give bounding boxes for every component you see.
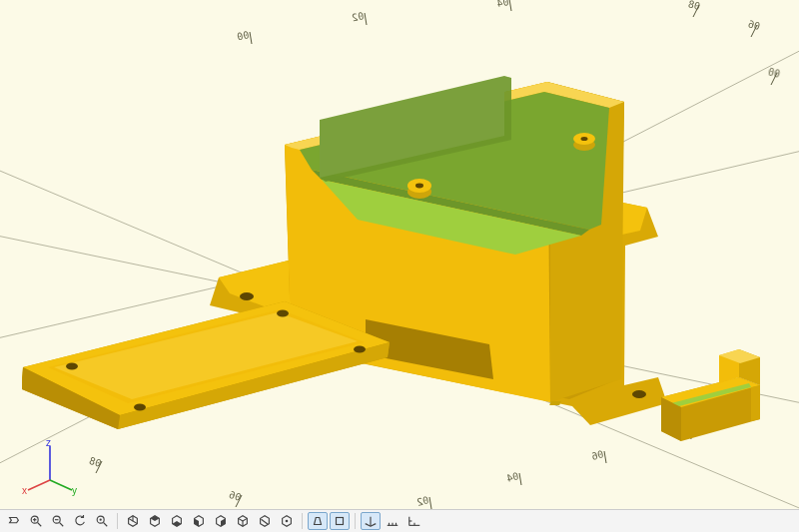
reset-view-icon[interactable] — [70, 512, 90, 530]
toolbar-separator — [302, 513, 303, 529]
view-center-icon[interactable] — [277, 512, 297, 530]
view-toolbar — [0, 509, 799, 532]
axis-y-label: y — [72, 485, 77, 496]
show-edges-icon[interactable] — [383, 512, 402, 530]
zoom-out-icon[interactable] — [48, 512, 68, 530]
view-bottom-icon[interactable] — [167, 512, 187, 530]
3d-viewport[interactable]: 00 02 04 08 06 00 08 06 04 02 04 06 08 — [0, 0, 799, 532]
svg-line-2 — [0, 220, 799, 419]
show-axes-icon[interactable] — [361, 512, 381, 530]
svg-line-93 — [371, 524, 376, 527]
axis-x-label: x — [22, 485, 27, 496]
svg-text:00: 00 — [236, 29, 250, 42]
preview-icon[interactable] — [4, 512, 24, 530]
svg-line-1 — [0, 150, 799, 529]
svg-text:02: 02 — [415, 494, 429, 508]
view-back-icon[interactable] — [233, 512, 253, 530]
svg-line-72 — [28, 480, 50, 490]
svg-rect-90 — [337, 518, 344, 525]
view-front-icon[interactable] — [211, 512, 231, 530]
svg-text:02: 02 — [351, 10, 365, 23]
svg-line-82 — [104, 523, 108, 527]
svg-line-75 — [38, 523, 42, 527]
view-left-icon[interactable] — [189, 512, 209, 530]
svg-text:06: 06 — [590, 448, 604, 462]
svg-line-92 — [366, 524, 371, 527]
toolbar-separator — [355, 513, 356, 529]
svg-line-85 — [243, 518, 247, 521]
view-right-icon[interactable] — [123, 512, 143, 530]
perspective-icon[interactable] — [308, 512, 328, 530]
svg-text:04: 04 — [505, 470, 519, 484]
svg-line-87 — [262, 519, 269, 524]
svg-point-83 — [100, 519, 102, 521]
svg-marker-89 — [315, 518, 322, 525]
grid-lines: 00 02 04 08 06 00 08 06 04 02 04 06 08 — [0, 0, 799, 532]
svg-text:06: 06 — [228, 489, 243, 503]
svg-point-88 — [286, 520, 289, 523]
toolbar-separator — [117, 513, 118, 529]
axis-z-label: z — [46, 437, 51, 448]
svg-line-71 — [50, 480, 72, 490]
svg-marker-73 — [10, 518, 19, 523]
view-top-icon[interactable] — [145, 512, 165, 530]
view-diagonal-icon[interactable] — [255, 512, 275, 530]
svg-line-79 — [60, 523, 64, 527]
orthographic-icon[interactable] — [330, 512, 350, 530]
svg-line-0 — [0, 140, 799, 349]
show-scale-icon[interactable] — [404, 512, 424, 530]
zoom-fit-icon[interactable] — [92, 512, 112, 530]
svg-text:04: 04 — [496, 0, 510, 9]
svg-line-84 — [239, 518, 243, 521]
axis-gizmo: z y x — [22, 440, 78, 496]
zoom-in-icon[interactable] — [26, 512, 46, 530]
svg-text:08: 08 — [88, 455, 103, 469]
svg-text:08: 08 — [675, 424, 689, 438]
